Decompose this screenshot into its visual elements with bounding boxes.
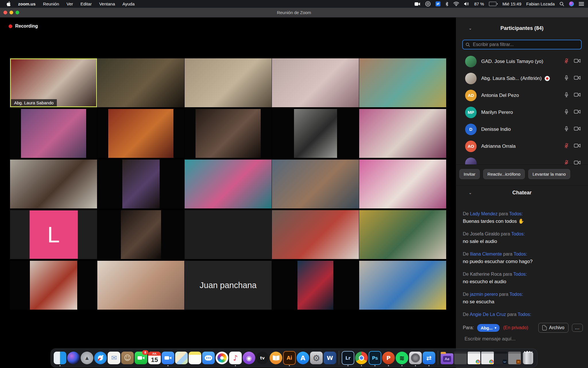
dock-item-photoshop[interactable]: Ps <box>369 351 381 365</box>
video-tile[interactable] <box>359 58 446 107</box>
dock-item-photos[interactable] <box>216 351 228 365</box>
camera-icon[interactable] <box>574 75 581 81</box>
mic-icon[interactable] <box>564 75 569 82</box>
zoom-video-status-icon[interactable] <box>415 0 420 8</box>
participant-row[interactable] <box>456 155 588 164</box>
video-tile[interactable]: Abg. Laura Sabando <box>10 58 97 107</box>
video-tile[interactable] <box>272 210 359 259</box>
raise-hand-button[interactable]: Levantar la mano <box>528 169 570 179</box>
menu-user[interactable]: Fabian Lozada <box>526 1 555 6</box>
dock-item-siri[interactable] <box>67 351 80 365</box>
video-tile[interactable] <box>185 160 272 208</box>
dock-item-minimized-lightroom-window[interactable]: Lr <box>495 351 507 365</box>
collapse-participants-icon[interactable]: ⌄ <box>469 26 472 30</box>
video-tile[interactable] <box>359 210 446 259</box>
dock-item-minimized-illustrator-window[interactable]: Ai <box>508 351 521 365</box>
dock-item-music[interactable]: ♪ <box>229 351 242 365</box>
dock-item-lightroom[interactable]: Lr <box>342 351 354 365</box>
video-tile[interactable] <box>97 160 184 208</box>
invite-button[interactable]: Invitar <box>459 169 480 179</box>
menu-clock[interactable]: Mié 15:49 <box>502 1 521 6</box>
participant-filter[interactable] <box>462 40 582 49</box>
mic-muted-icon[interactable] <box>564 58 569 65</box>
video-tile[interactable] <box>10 109 97 158</box>
mic-muted-icon[interactable] <box>564 143 569 150</box>
video-tile[interactable] <box>272 109 359 158</box>
camera-icon[interactable] <box>574 126 581 132</box>
participant-filter-input[interactable] <box>472 42 578 47</box>
dock-item-system-preferences[interactable]: ⚙ <box>310 351 323 365</box>
dock-item-spotify[interactable]: ≋ <box>396 351 408 365</box>
video-tile[interactable] <box>359 109 446 158</box>
video-tile[interactable] <box>185 109 272 158</box>
participant-row[interactable]: AOAdrianna Orrala <box>456 138 588 155</box>
video-tile[interactable]: L <box>10 210 97 259</box>
camera-icon[interactable] <box>574 92 581 98</box>
notification-center-icon[interactable] <box>579 0 584 8</box>
dock-item-minimized-chrome-window-2[interactable] <box>481 351 494 365</box>
dock-item-disk-utility[interactable] <box>409 351 422 365</box>
video-tile[interactable] <box>359 160 446 208</box>
video-tile[interactable] <box>359 261 446 310</box>
video-tile[interactable]: Juan panchana <box>185 261 272 310</box>
video-tile[interactable] <box>10 160 97 208</box>
menu-reunion[interactable]: Reunión <box>43 1 59 6</box>
dock-item-illustrator[interactable]: Ai <box>283 351 296 365</box>
menu-ayuda[interactable]: Ayuda <box>123 1 135 6</box>
dock-item-maps[interactable] <box>175 351 188 365</box>
mic-icon[interactable] <box>564 109 569 116</box>
video-tile[interactable] <box>272 261 359 310</box>
dock-item-podcasts[interactable]: ◉ <box>243 351 255 365</box>
dock-item-powerpoint[interactable]: P <box>382 351 395 365</box>
dock-item-minimized-chrome-window-1[interactable] <box>468 351 480 365</box>
camera-icon[interactable] <box>574 160 581 164</box>
volume-icon[interactable] <box>464 0 469 8</box>
video-tile[interactable] <box>272 160 359 208</box>
dock-item-finder[interactable] <box>54 351 66 365</box>
unmute-all-button[interactable]: Reactiv...icrófono <box>483 169 525 179</box>
teamviewer-status-icon[interactable]: ⇄ <box>436 1 440 6</box>
dock-item-app-store[interactable]: A <box>297 351 309 365</box>
camera-icon[interactable] <box>574 58 581 64</box>
dock-item-trash[interactable] <box>522 351 534 365</box>
video-tile[interactable] <box>97 210 184 259</box>
dock-item-facetime[interactable]: 8 <box>135 351 147 365</box>
participant-row[interactable]: ADAntonia Del Pezo <box>456 87 588 104</box>
mic-icon[interactable] <box>564 126 569 133</box>
file-button[interactable]: Archivo <box>538 323 568 333</box>
mic-icon[interactable] <box>564 92 569 99</box>
menu-ventana[interactable]: Ventana <box>99 1 115 6</box>
video-tile[interactable] <box>185 58 272 107</box>
video-tile[interactable] <box>97 58 184 107</box>
dock-item-launchpad[interactable]: ▲ <box>81 351 93 365</box>
participant-row[interactable]: DDenisse Indio <box>456 121 588 138</box>
camera-icon[interactable] <box>574 109 581 115</box>
dock-item-notes[interactable] <box>189 351 201 365</box>
dock-item-word[interactable]: W <box>324 351 336 365</box>
participant-row[interactable]: Abg. Laura Sab... (Anfitrión) <box>456 70 588 87</box>
video-tile[interactable] <box>185 210 272 259</box>
video-tile[interactable] <box>97 261 184 310</box>
chat-message-input[interactable] <box>464 336 584 342</box>
video-tile[interactable] <box>97 109 184 158</box>
video-tile[interactable] <box>10 261 97 310</box>
menu-editar[interactable]: Editar <box>80 1 92 6</box>
participant-row[interactable]: MPMarilyn Perero <box>456 104 588 121</box>
dock-item-mail[interactable]: ✉ <box>108 351 120 365</box>
creative-cloud-icon[interactable] <box>425 0 431 8</box>
dock-item-apple-tv[interactable]: tv <box>256 351 269 365</box>
dock-item-zoom[interactable] <box>162 351 174 365</box>
apple-menu-icon[interactable] <box>6 0 11 8</box>
more-options-button[interactable]: ... <box>572 324 583 332</box>
dock-item-safari[interactable] <box>94 351 107 365</box>
dock-item-chrome[interactable] <box>355 351 368 365</box>
dock-item-after-effects-folder[interactable]: Ae <box>441 351 453 365</box>
mic-muted-icon[interactable] <box>564 160 569 165</box>
collapse-chat-icon[interactable]: ⌄ <box>469 190 472 195</box>
video-tile[interactable] <box>272 58 359 107</box>
dock-item-books[interactable] <box>270 351 282 365</box>
menu-ver[interactable]: Ver <box>67 1 73 6</box>
dock-item-contacts[interactable]: ☺ <box>121 351 134 365</box>
recipient-dropdown[interactable]: Abg...▾ <box>477 324 500 332</box>
dock-item-calendar[interactable]: JUL15 <box>148 351 161 365</box>
